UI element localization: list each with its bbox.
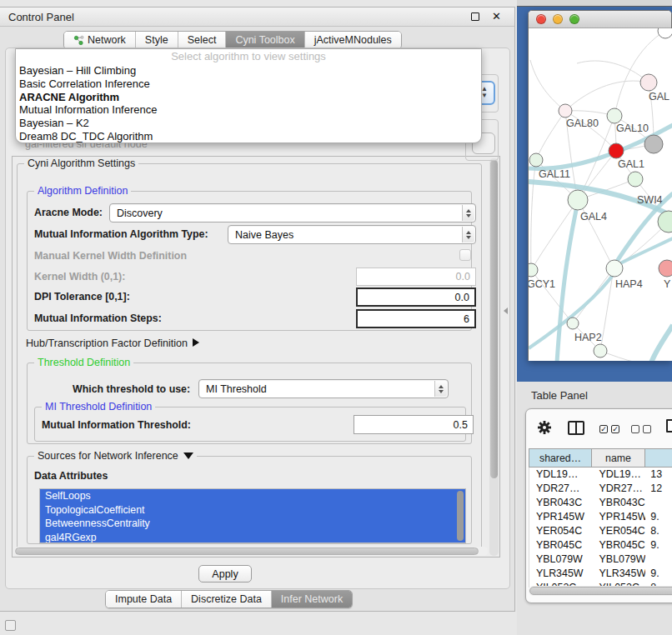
tab-network-label: Network <box>88 34 126 46</box>
kernel-width-input[interactable] <box>356 268 476 286</box>
scrollbar-thumb[interactable] <box>490 160 498 478</box>
hub-definition-toggle[interactable]: Hub/Transcription Factor Definition <box>26 338 199 349</box>
sources-group-title[interactable]: Sources for Network Inference <box>34 450 197 462</box>
which-threshold-combo[interactable]: MI Threshold <box>198 379 449 398</box>
tab-impute-data[interactable]: Impute Data <box>106 591 181 608</box>
minimize-window-icon[interactable] <box>553 14 563 24</box>
table-row[interactable]: YDL19…YDL19…13 <box>529 468 672 482</box>
dropdown-item[interactable]: Dream8 DC_TDC Algorithm <box>16 130 481 143</box>
network-node[interactable] <box>607 108 622 123</box>
tab-discretize-data[interactable]: Discretize Data <box>181 591 271 608</box>
settings-vertical-scrollbar[interactable] <box>489 158 499 556</box>
dropdown-item[interactable]: Bayesian – Hill Climbing <box>16 64 481 78</box>
splitter-handle-icon[interactable] <box>504 308 508 314</box>
column-visibility-icon[interactable] <box>568 421 584 435</box>
list-vertical-scrollbar[interactable] <box>457 491 464 541</box>
dropdown-item[interactable]: Bayesian – K2 <box>16 117 481 130</box>
table-cell <box>645 552 672 567</box>
float-panel-icon[interactable] <box>471 12 479 21</box>
select-all-rows-icon[interactable]: ✓✓ <box>599 425 619 433</box>
network-edge[interactable] <box>536 111 565 160</box>
column-header-shared-name[interactable]: shared… <box>529 448 592 468</box>
close-window-icon[interactable] <box>536 14 546 24</box>
network-edge[interactable] <box>565 81 649 111</box>
network-edge[interactable] <box>531 160 536 270</box>
network-node[interactable] <box>529 153 543 167</box>
network-node[interactable] <box>594 344 607 358</box>
network-edge[interactable] <box>577 61 649 82</box>
data-attributes-label: Data Attributes <box>34 470 108 482</box>
network-node[interactable] <box>559 104 572 118</box>
attribute-list-item[interactable]: gal4RGexp <box>40 531 465 544</box>
network-window-titlebar <box>529 11 671 28</box>
table-row[interactable]: YPR145WYPR145W9. <box>529 510 672 524</box>
threshold-definition-title: Threshold Definition <box>34 357 133 368</box>
table-row[interactable]: YER054CYER054C8. <box>529 524 672 538</box>
deselect-all-rows-icon[interactable] <box>631 425 651 433</box>
attribute-list-item[interactable]: BetweennessCentrality <box>40 517 465 531</box>
close-panel-icon[interactable]: ✕ <box>492 10 501 22</box>
network-node[interactable] <box>628 172 643 187</box>
network-node[interactable] <box>606 260 623 277</box>
network-node[interactable] <box>658 28 672 38</box>
table-row[interactable]: YLR345WYLR345W9. <box>529 567 672 581</box>
table-horizontal-scrollbar[interactable] <box>529 586 672 596</box>
network-edge[interactable] <box>530 60 565 111</box>
tab-select[interactable]: Select <box>178 32 226 48</box>
dropdown-item[interactable]: ARACNE Algorithm <box>16 91 481 104</box>
cyni-settings-group-title: Cyni Algorithm Settings <box>24 158 138 169</box>
node-label: SWI4 <box>637 194 663 206</box>
tab-jactivemnodules[interactable]: jActiveMNodules <box>304 32 401 48</box>
scrollbar-thumb[interactable] <box>15 548 479 555</box>
manual-kernel-checkbox[interactable] <box>459 249 471 261</box>
table-cell: YPR145W <box>593 510 646 524</box>
network-edge-highlighted[interactable] <box>557 210 576 361</box>
node-label: GAL1 <box>618 158 644 170</box>
mi-threshold-input[interactable] <box>354 415 474 434</box>
mi-threshold-label: Mutual Information Threshold: <box>42 419 191 431</box>
table-row[interactable]: YBL079WYBL079W <box>529 552 672 567</box>
network-node[interactable] <box>609 143 624 158</box>
network-edge[interactable] <box>614 31 665 116</box>
tab-network[interactable]: Network <box>64 32 135 48</box>
dpi-tolerance-input[interactable] <box>356 288 476 307</box>
gear-icon[interactable] <box>536 419 553 436</box>
tab-cyni-toolbox[interactable]: Cyni Toolbox <box>225 32 303 48</box>
network-node[interactable] <box>529 263 538 277</box>
attribute-list-item[interactable]: SelfLoops <box>40 489 465 503</box>
network-canvas[interactable]: GALGAL80GAL10GAL1GAL11SWI4GAL4GCY1HAP4YH… <box>529 28 672 361</box>
table-row[interactable]: YDR27…YDR27…12 <box>529 482 672 496</box>
network-edge-highlighted[interactable] <box>651 325 672 361</box>
scrollbar-thumb[interactable] <box>529 587 672 595</box>
network-node[interactable] <box>644 135 663 153</box>
mi-type-combo[interactable]: Naive Bayes <box>228 225 476 244</box>
dropdown-item[interactable]: Basic Correlation Inference <box>16 78 481 91</box>
column-header-name[interactable]: name <box>592 448 645 468</box>
network-node[interactable] <box>567 318 579 329</box>
zoom-window-icon[interactable] <box>569 14 579 24</box>
table-cell: YER054C <box>593 524 646 538</box>
dpi-tolerance-label: DPI Tolerance [0,1]: <box>34 291 130 302</box>
column-header-third[interactable] <box>645 448 672 468</box>
settings-horizontal-scrollbar[interactable] <box>14 547 488 556</box>
table-cell: YBL079W <box>593 552 646 567</box>
network-node[interactable] <box>659 260 672 277</box>
table-row[interactable]: YBR043CYBR043C <box>529 496 672 510</box>
network-node[interactable] <box>640 74 657 91</box>
attribute-list-item[interactable]: TopologicalCoefficient <box>40 503 465 518</box>
dropdown-item[interactable]: Mutual Information Inference <box>16 103 481 117</box>
data-attributes-listbox[interactable]: SelfLoopsTopologicalCoefficientBetweenne… <box>39 488 466 543</box>
mi-steps-input[interactable] <box>356 309 476 328</box>
aracne-mode-combo[interactable]: Discovery <box>109 203 476 222</box>
node-label: GAL80 <box>566 118 599 129</box>
table-row[interactable]: YBR045CYBR045C9. <box>529 538 672 552</box>
network-node[interactable] <box>658 211 672 232</box>
apply-button[interactable]: Apply <box>198 565 252 582</box>
export-table-icon[interactable] <box>666 419 672 432</box>
network-node[interactable] <box>568 190 588 210</box>
tab-infer-network[interactable]: Infer Network <box>271 591 352 608</box>
tab-style[interactable]: Style <box>135 32 178 48</box>
cyni-bottom-tabbar: Impute Data Discretize Data Infer Networ… <box>105 590 353 608</box>
collapsed-panel-icon[interactable] <box>5 620 16 631</box>
algorithm-dropdown-list: Bayesian – Hill ClimbingBasic Correlatio… <box>16 64 481 143</box>
